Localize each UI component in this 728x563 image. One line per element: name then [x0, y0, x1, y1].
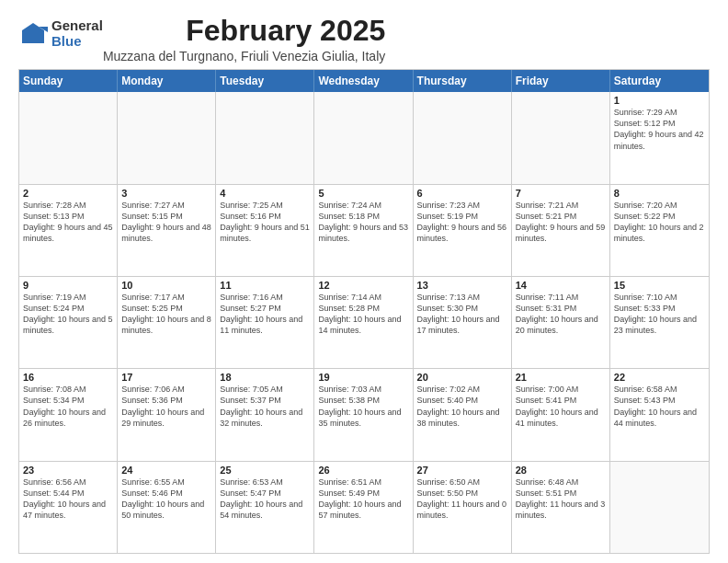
- calendar: SundayMondayTuesdayWednesdayThursdayFrid…: [18, 69, 710, 554]
- day-number: 7: [516, 188, 606, 199]
- calendar-cell: 2Sunrise: 7:28 AM Sunset: 5:13 PM Daylig…: [19, 185, 118, 276]
- day-number: 15: [614, 280, 705, 291]
- weekday-header: Monday: [118, 70, 216, 92]
- calendar-cell: 18Sunrise: 7:05 AM Sunset: 5:37 PM Dayli…: [216, 369, 314, 460]
- calendar-cell: 20Sunrise: 7:02 AM Sunset: 5:40 PM Dayli…: [414, 369, 512, 460]
- day-info: Sunrise: 7:13 AM Sunset: 5:30 PM Dayligh…: [417, 292, 507, 337]
- day-info: Sunrise: 7:17 AM Sunset: 5:25 PM Dayligh…: [121, 292, 211, 337]
- day-number: 11: [220, 280, 310, 291]
- day-number: 28: [516, 465, 606, 476]
- day-info: Sunrise: 7:00 AM Sunset: 5:41 PM Dayligh…: [516, 384, 606, 429]
- day-info: Sunrise: 7:10 AM Sunset: 5:33 PM Dayligh…: [614, 292, 705, 337]
- day-info: Sunrise: 7:21 AM Sunset: 5:21 PM Dayligh…: [516, 200, 606, 245]
- day-number: 2: [23, 188, 113, 199]
- logo: General Blue: [18, 18, 103, 49]
- calendar-row: 2Sunrise: 7:28 AM Sunset: 5:13 PM Daylig…: [19, 184, 709, 276]
- calendar-cell: 21Sunrise: 7:00 AM Sunset: 5:41 PM Dayli…: [512, 369, 610, 460]
- logo-blue: Blue: [51, 34, 103, 50]
- day-info: Sunrise: 7:02 AM Sunset: 5:40 PM Dayligh…: [417, 384, 507, 429]
- calendar-cell: 7Sunrise: 7:21 AM Sunset: 5:21 PM Daylig…: [512, 185, 610, 276]
- day-number: 12: [318, 280, 408, 291]
- calendar-cell: 5Sunrise: 7:24 AM Sunset: 5:18 PM Daylig…: [314, 185, 413, 276]
- day-info: Sunrise: 6:53 AM Sunset: 5:47 PM Dayligh…: [220, 477, 310, 522]
- calendar-cell: 12Sunrise: 7:14 AM Sunset: 5:28 PM Dayli…: [314, 277, 413, 368]
- calendar-cell: [314, 92, 413, 183]
- weekday-header: Sunday: [19, 70, 118, 92]
- day-info: Sunrise: 7:27 AM Sunset: 5:15 PM Dayligh…: [121, 200, 211, 245]
- day-info: Sunrise: 7:16 AM Sunset: 5:27 PM Dayligh…: [220, 292, 310, 337]
- calendar-cell: 23Sunrise: 6:56 AM Sunset: 5:44 PM Dayli…: [19, 462, 118, 553]
- calendar-cell: 19Sunrise: 7:03 AM Sunset: 5:38 PM Dayli…: [314, 369, 413, 460]
- calendar-cell: 10Sunrise: 7:17 AM Sunset: 5:25 PM Dayli…: [118, 277, 216, 368]
- day-info: Sunrise: 7:06 AM Sunset: 5:36 PM Dayligh…: [121, 384, 211, 429]
- day-number: 26: [318, 465, 408, 476]
- weekday-header: Tuesday: [216, 70, 314, 92]
- day-number: 9: [23, 280, 113, 291]
- calendar-cell: 11Sunrise: 7:16 AM Sunset: 5:27 PM Dayli…: [216, 277, 314, 368]
- calendar-cell: 17Sunrise: 7:06 AM Sunset: 5:36 PM Dayli…: [118, 369, 216, 460]
- calendar-cell: 24Sunrise: 6:55 AM Sunset: 5:46 PM Dayli…: [118, 462, 216, 553]
- day-number: 8: [614, 188, 705, 199]
- day-number: 17: [121, 372, 211, 383]
- day-info: Sunrise: 6:58 AM Sunset: 5:43 PM Dayligh…: [614, 384, 705, 429]
- logo-icon: [18, 19, 48, 49]
- weekday-header: Friday: [512, 70, 610, 92]
- day-info: Sunrise: 7:19 AM Sunset: 5:24 PM Dayligh…: [23, 292, 113, 337]
- weekday-header: Saturday: [610, 70, 709, 92]
- day-info: Sunrise: 7:28 AM Sunset: 5:13 PM Dayligh…: [23, 200, 113, 245]
- day-info: Sunrise: 7:24 AM Sunset: 5:18 PM Dayligh…: [318, 200, 408, 245]
- calendar-cell: 25Sunrise: 6:53 AM Sunset: 5:47 PM Dayli…: [216, 462, 314, 553]
- calendar-row: 23Sunrise: 6:56 AM Sunset: 5:44 PM Dayli…: [19, 461, 709, 553]
- calendar-header: SundayMondayTuesdayWednesdayThursdayFrid…: [19, 70, 709, 92]
- title-block: February 2025 Muzzana del Turgnano, Friu…: [103, 15, 385, 63]
- day-number: 14: [516, 280, 606, 291]
- day-number: 10: [121, 280, 211, 291]
- calendar-cell: 13Sunrise: 7:13 AM Sunset: 5:30 PM Dayli…: [414, 277, 512, 368]
- day-number: 19: [318, 372, 408, 383]
- calendar-cell: [512, 92, 610, 183]
- day-info: Sunrise: 6:51 AM Sunset: 5:49 PM Dayligh…: [318, 477, 408, 522]
- day-info: Sunrise: 7:23 AM Sunset: 5:19 PM Dayligh…: [417, 200, 507, 245]
- day-info: Sunrise: 6:50 AM Sunset: 5:50 PM Dayligh…: [417, 477, 507, 522]
- logo-text: General Blue: [51, 18, 103, 49]
- calendar-cell: 28Sunrise: 6:48 AM Sunset: 5:51 PM Dayli…: [512, 462, 610, 553]
- header: General Blue February 2025 Muzzana del T…: [18, 15, 710, 63]
- calendar-cell: 1Sunrise: 7:29 AM Sunset: 5:12 PM Daylig…: [610, 92, 709, 183]
- calendar-cell: [19, 92, 118, 183]
- calendar-cell: 16Sunrise: 7:08 AM Sunset: 5:34 PM Dayli…: [19, 369, 118, 460]
- calendar-row: 1Sunrise: 7:29 AM Sunset: 5:12 PM Daylig…: [19, 92, 709, 183]
- calendar-cell: [118, 92, 216, 183]
- day-info: Sunrise: 7:25 AM Sunset: 5:16 PM Dayligh…: [220, 200, 310, 245]
- calendar-row: 16Sunrise: 7:08 AM Sunset: 5:34 PM Dayli…: [19, 368, 709, 460]
- day-number: 23: [23, 465, 113, 476]
- day-number: 4: [220, 188, 310, 199]
- day-info: Sunrise: 7:29 AM Sunset: 5:12 PM Dayligh…: [614, 107, 705, 152]
- logo-general: General: [51, 18, 103, 34]
- calendar-cell: 27Sunrise: 6:50 AM Sunset: 5:50 PM Dayli…: [414, 462, 512, 553]
- calendar-cell: 26Sunrise: 6:51 AM Sunset: 5:49 PM Dayli…: [314, 462, 413, 553]
- day-number: 25: [220, 465, 310, 476]
- day-info: Sunrise: 6:56 AM Sunset: 5:44 PM Dayligh…: [23, 477, 113, 522]
- day-info: Sunrise: 6:48 AM Sunset: 5:51 PM Dayligh…: [516, 477, 606, 522]
- day-info: Sunrise: 6:55 AM Sunset: 5:46 PM Dayligh…: [121, 477, 211, 522]
- calendar-cell: 9Sunrise: 7:19 AM Sunset: 5:24 PM Daylig…: [19, 277, 118, 368]
- day-number: 13: [417, 280, 507, 291]
- calendar-cell: [216, 92, 314, 183]
- calendar-cell: 3Sunrise: 7:27 AM Sunset: 5:15 PM Daylig…: [118, 185, 216, 276]
- calendar-cell: 4Sunrise: 7:25 AM Sunset: 5:16 PM Daylig…: [216, 185, 314, 276]
- day-number: 5: [318, 188, 408, 199]
- day-info: Sunrise: 7:14 AM Sunset: 5:28 PM Dayligh…: [318, 292, 408, 337]
- day-number: 27: [417, 465, 507, 476]
- month-title: February 2025: [103, 15, 385, 47]
- day-info: Sunrise: 7:20 AM Sunset: 5:22 PM Dayligh…: [614, 200, 705, 245]
- calendar-cell: [610, 462, 709, 553]
- day-info: Sunrise: 7:03 AM Sunset: 5:38 PM Dayligh…: [318, 384, 408, 429]
- day-number: 20: [417, 372, 507, 383]
- weekday-header: Wednesday: [314, 70, 413, 92]
- location-title: Muzzana del Turgnano, Friuli Venezia Giu…: [103, 49, 385, 63]
- day-number: 22: [614, 372, 705, 383]
- calendar-cell: [414, 92, 512, 183]
- day-number: 3: [121, 188, 211, 199]
- weekday-header: Thursday: [414, 70, 512, 92]
- day-info: Sunrise: 7:11 AM Sunset: 5:31 PM Dayligh…: [516, 292, 606, 337]
